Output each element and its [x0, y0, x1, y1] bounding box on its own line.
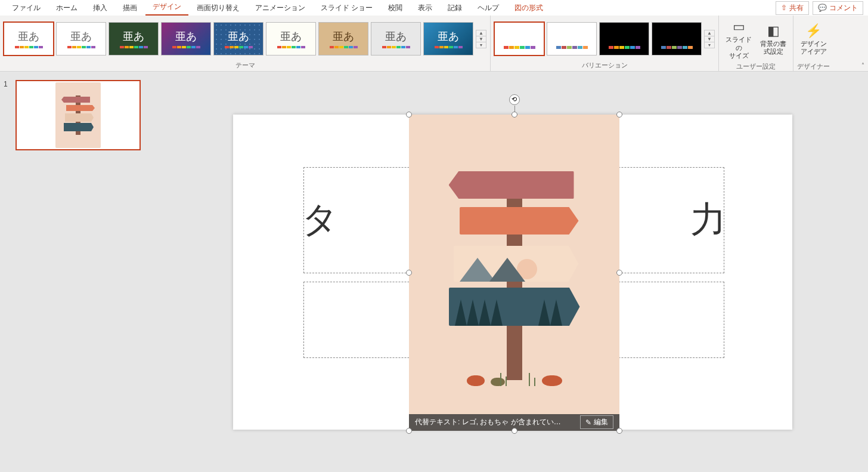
scroll-up-icon[interactable]: ▲: [476, 30, 486, 36]
theme-thumb-7[interactable]: 亜あ: [318, 22, 368, 55]
theme-gallery-more[interactable]: ▲▼▾: [476, 30, 486, 48]
svg-marker-3: [66, 105, 95, 111]
ribbon: 亜あ 亜あ 亜あ 亜あ 亜あ 亜あ 亜あ 亜あ 亜あ ▲▼▾ テーマ ▲▼▾ バ…: [0, 16, 868, 72]
tab-file[interactable]: ファイル: [5, 1, 48, 16]
theme-thumb-3[interactable]: 亜あ: [108, 22, 159, 55]
resize-handle-tm[interactable]: [512, 112, 517, 118]
variation-thumb-4[interactable]: [652, 22, 702, 55]
scroll-down-icon[interactable]: ▼: [705, 36, 714, 42]
tab-draw[interactable]: 描画: [116, 1, 144, 16]
variation-thumb-2[interactable]: [547, 22, 597, 55]
selected-image[interactable]: 代替テキスト: レゴ, おもちゃ が含まれてい… ✎編集 ⟲: [409, 115, 619, 431]
ribbon-group-user: ▭スライドの サイズ ◧背景の書 式設定 ユーザー設定: [719, 16, 793, 71]
ribbon-group-themes: 亜あ 亜あ 亜あ 亜あ 亜あ 亜あ 亜あ 亜あ 亜あ ▲▼▾ テーマ: [0, 16, 491, 71]
alt-text-edit-button[interactable]: ✎編集: [580, 415, 613, 429]
scroll-down-icon[interactable]: ▼: [476, 36, 486, 42]
menu-bar: ファイル ホーム 挿入 描画 デザイン 画面切り替え アニメーション スライド …: [0, 0, 868, 16]
main-area: 1 タ 力: [0, 72, 868, 472]
slide-thumbnail-frame[interactable]: [16, 80, 141, 150]
resize-handle-mr[interactable]: [616, 270, 622, 276]
group-label: テーマ: [235, 61, 255, 70]
collapse-ribbon-icon[interactable]: ˄: [861, 62, 864, 69]
tab-design[interactable]: デザイン: [145, 0, 188, 16]
theme-thumb-4[interactable]: 亜あ: [161, 22, 211, 55]
title-text-right: 力: [690, 196, 726, 244]
pencil-icon: ✎: [585, 418, 591, 427]
comment-icon: 💬: [818, 4, 827, 12]
theme-thumb-9[interactable]: 亜あ: [423, 22, 473, 55]
tab-review[interactable]: 校閲: [381, 1, 410, 16]
svg-marker-5: [64, 123, 94, 131]
theme-thumb-2[interactable]: 亜あ: [56, 22, 106, 55]
slide-thumbnail-1[interactable]: 1: [6, 80, 151, 150]
rotate-handle[interactable]: ⟲: [509, 94, 520, 105]
share-button[interactable]: ⇧共有: [776, 1, 809, 15]
tab-picture-format[interactable]: 図の形式: [507, 1, 550, 16]
variation-thumb-3[interactable]: [599, 22, 649, 55]
svg-marker-4: [65, 113, 94, 122]
resize-handle-bm[interactable]: [512, 428, 517, 434]
tab-home[interactable]: ホーム: [49, 1, 85, 16]
theme-thumb-5[interactable]: 亜あ: [213, 22, 264, 55]
variation-thumb-1[interactable]: [494, 22, 544, 55]
tab-animation[interactable]: アニメーション: [248, 1, 312, 16]
resize-handle-bl[interactable]: [406, 428, 412, 434]
comment-button[interactable]: 💬コメント: [813, 1, 863, 15]
ribbon-group-variations: ▲▼▾ バリエーション: [491, 16, 719, 71]
slide-number: 1: [4, 80, 8, 88]
design-ideas-icon: ⚡: [805, 23, 822, 39]
tab-insert[interactable]: 挿入: [86, 1, 114, 16]
tab-help[interactable]: ヘルプ: [470, 1, 506, 16]
slide-thumbnail-panel[interactable]: 1: [0, 72, 157, 472]
expand-icon[interactable]: ▾: [705, 42, 714, 48]
background-icon: ◧: [767, 23, 780, 39]
tab-record[interactable]: 記録: [441, 1, 469, 16]
theme-thumb-6[interactable]: 亜あ: [266, 22, 316, 55]
alt-text-label: 代替テキスト: レゴ, おもちゃ が含まれてい…: [415, 417, 561, 427]
expand-icon[interactable]: ▾: [476, 42, 486, 48]
signpost-illustration: [443, 153, 586, 404]
tab-transition[interactable]: 画面切り替え: [190, 1, 247, 16]
resize-handle-br[interactable]: [616, 428, 622, 434]
svg-marker-2: [61, 97, 90, 103]
background-format-button[interactable]: ◧背景の書 式設定: [757, 18, 789, 61]
slide-canvas[interactable]: タ 力 代替テキスト: レゴ, おもちゃ が含ま: [157, 72, 868, 472]
resize-handle-tr[interactable]: [616, 112, 622, 118]
tab-slideshow[interactable]: スライド ショー: [314, 1, 380, 16]
resize-handle-tl[interactable]: [406, 112, 412, 118]
share-icon: ⇧: [781, 4, 787, 12]
slide-thumbnail-image: [55, 82, 101, 148]
tab-view[interactable]: 表示: [411, 1, 439, 16]
title-text-left: タ: [302, 196, 338, 244]
group-label: デザイナー: [797, 62, 830, 71]
ribbon-group-designer: ⚡デザイン アイデア デザイナー: [793, 16, 833, 71]
slide[interactable]: タ 力 代替テキスト: レゴ, おもちゃ が含ま: [233, 115, 792, 430]
theme-thumb-1[interactable]: 亜あ: [4, 22, 54, 55]
theme-thumb-8[interactable]: 亜あ: [371, 22, 421, 55]
variation-gallery-more[interactable]: ▲▼▾: [704, 30, 715, 48]
resize-handle-ml[interactable]: [406, 270, 412, 276]
design-ideas-button[interactable]: ⚡デザイン アイデア: [798, 18, 830, 61]
group-label: バリエーション: [582, 61, 628, 70]
slide-size-icon: ▭: [733, 19, 745, 35]
slide-size-button[interactable]: ▭スライドの サイズ: [723, 18, 755, 61]
group-label: ユーザー設定: [736, 62, 776, 71]
scroll-up-icon[interactable]: ▲: [705, 30, 714, 36]
